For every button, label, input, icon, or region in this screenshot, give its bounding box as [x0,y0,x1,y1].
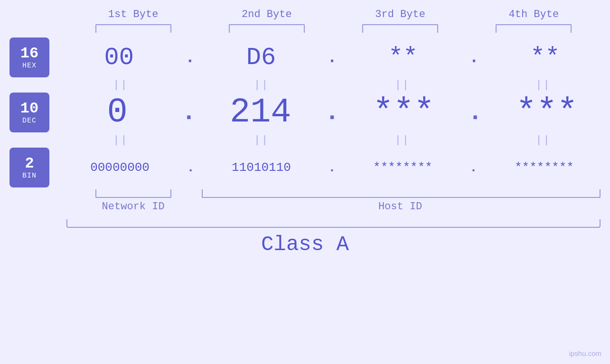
col-header-4: 4th Byte [467,9,601,20]
dec-dot-3: . [468,99,482,127]
top-bracket-4 [496,24,572,33]
hex-values-row: 00 . D6 . ** . ** [54,44,610,72]
hex-val-4: ** [530,44,560,72]
bin-byte-1: 00000000 [54,160,186,175]
dec-byte-1: 0 [54,93,180,132]
dec-byte-4: *** [484,93,610,132]
net-bracket [95,189,171,198]
col-headers: 1st Byte 2nd Byte 3rd Byte 4th Byte [0,0,610,20]
equals-row-1: || || || || [9,77,610,93]
hex-badge-num: 16 [20,45,38,62]
bin-byte-3: ******** [337,160,469,175]
hex-byte-3: ** [338,44,468,72]
top-bracket-1 [95,24,171,33]
col-header-1: 1st Byte [66,9,200,20]
dec-row: 10 DEC 0 . 214 . *** . *** [9,93,610,132]
eq-1: || [54,79,188,91]
bin-val-1: 00000000 [90,160,150,175]
full-bracket [66,219,601,228]
dec-val-2: 214 [230,93,291,132]
host-id-label: Host ID [200,201,601,213]
top-bracket-2 [229,24,305,33]
top-bracket-3 [362,24,438,33]
watermark: ipshu.com [569,349,601,357]
eq-3: || [336,79,469,91]
dec-badge-num: 10 [20,100,38,117]
bin-badge: 2 BIN [9,148,49,187]
bin-dot-3: . [469,160,478,175]
bracket-cell-2 [200,24,333,33]
hex-dot-1: . [185,48,196,67]
col-header-2: 2nd Byte [200,9,333,20]
eq2-4: || [477,134,610,146]
bracket-cell-1 [66,24,200,33]
bin-val-4: ******** [515,160,574,175]
bracket-cell-4 [467,24,601,33]
bracket-cell-3 [334,24,467,33]
bin-badge-num: 2 [25,155,34,172]
bin-badge-label: BIN [22,172,37,180]
hex-dot-3: . [469,48,479,67]
hex-byte-4: ** [480,44,610,72]
equals-row-2: || || || || [9,132,610,148]
hex-val-1: 00 [104,44,134,72]
eq-4: || [477,79,610,91]
dec-byte-3: *** [340,93,467,132]
eq2-1: || [54,134,188,146]
rows-area: 16 HEX 00 . D6 . ** . ** [0,37,610,187]
hex-badge-label: HEX [22,62,37,70]
hex-byte-2: D6 [196,44,326,72]
net-bracket-wrap [66,189,200,198]
host-bracket-wrap [200,189,601,198]
dec-dot-2: . [325,99,339,127]
bin-row: 2 BIN 00000000 . 11010110 . ******** . *… [9,148,610,187]
bin-values-row: 00000000 . 11010110 . ******** . *******… [54,160,610,175]
eq2-3: || [336,134,469,146]
bin-val-3: ******** [373,160,432,175]
hex-val-2: D6 [246,44,276,72]
full-bottom-wrap [0,219,610,228]
dec-val-1: 0 [107,93,128,132]
id-labels-row: Network ID Host ID [0,201,610,213]
main-container: 1st Byte 2nd Byte 3rd Byte 4th Byte 16 H… [0,0,610,364]
network-id-label: Network ID [66,201,200,213]
dec-badge: 10 DEC [9,93,49,132]
bin-dot-2: . [328,160,336,175]
hex-row: 16 HEX 00 . D6 . ** . ** [9,37,610,77]
top-brackets-row [0,24,610,33]
class-label: Class A [0,233,610,256]
hex-byte-1: 00 [54,44,184,72]
eq2-2: || [195,134,328,146]
dec-values-row: 0 . 214 . *** . *** [54,93,610,132]
dec-val-3: *** [373,93,434,132]
bin-dot-1: . [187,160,195,175]
dec-dot-1: . [181,99,196,127]
dec-val-4: *** [516,93,578,132]
col-header-3: 3rd Byte [334,9,467,20]
hex-badge: 16 HEX [9,37,49,77]
bin-byte-2: 11010110 [196,160,327,175]
eq-2: || [195,79,328,91]
dec-byte-2: 214 [197,93,324,132]
bin-val-2: 11010110 [232,160,291,175]
bottom-bracket-container [0,189,610,198]
host-bracket [202,189,601,198]
hex-val-3: ** [388,44,418,72]
dec-badge-label: DEC [22,117,37,125]
hex-dot-2: . [327,48,338,67]
bin-byte-4: ******** [479,160,610,175]
